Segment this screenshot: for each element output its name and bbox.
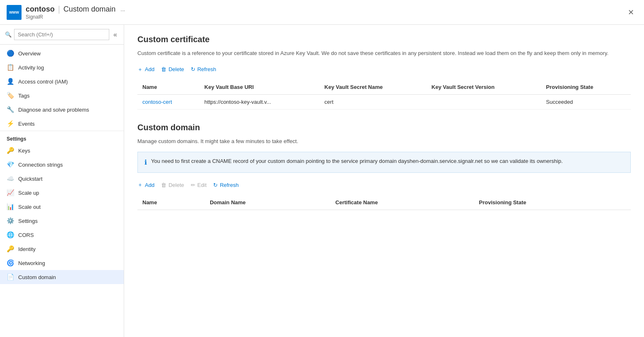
sidebar-item-overview[interactable]: 🔵 Overview [0, 46, 124, 60]
sidebar-label-cors: CORS [18, 232, 34, 238]
sidebar-item-networking[interactable]: 🌀 Networking [0, 256, 124, 270]
collapse-button[interactable]: « [112, 30, 119, 39]
custom-domain-section: Custom domain Manage custom domains. It … [137, 123, 631, 210]
sidebar-label-diagnose: Diagnose and solve problems [18, 107, 89, 113]
custom-domain-icon: 📄 [7, 273, 14, 281]
domain-col-name: Name [137, 195, 205, 210]
sidebar-item-identity[interactable]: 🔑 Identity [0, 242, 124, 256]
edit-icon: ✏ [191, 182, 195, 188]
cert-row-name: contoso-cert [137, 94, 199, 109]
cert-col-provisioning-state: Provisioning State [541, 80, 631, 95]
sidebar-item-access-control[interactable]: 👤 Access control (IAM) [0, 74, 124, 88]
quickstart-icon: ☁️ [7, 175, 14, 182]
networking-icon: 🌀 [7, 259, 14, 267]
delete-icon-2: 🗑 [161, 182, 166, 188]
refresh-icon: ↻ [191, 66, 195, 72]
cert-row-secret-version [427, 94, 541, 109]
search-input[interactable] [14, 29, 109, 40]
sidebar-label-scale-up: Scale up [18, 190, 39, 196]
domain-edit-button[interactable]: ✏ Edit [191, 180, 207, 190]
sidebar-label-custom-domain: Custom domain [18, 274, 56, 280]
sidebar-item-quickstart[interactable]: ☁️ Quickstart [0, 172, 124, 186]
domain-table-header: Name Domain Name Certificate Name Provis… [137, 195, 631, 210]
sidebar-item-connection-strings[interactable]: 💎 Connection strings [0, 158, 124, 172]
sidebar-label-tags: Tags [18, 93, 29, 99]
sidebar-item-custom-domain[interactable]: 📄 Custom domain [0, 270, 124, 284]
sidebar-label-settings: Settings [18, 218, 38, 224]
domain-col-provisioning-state: Provisioning State [474, 195, 631, 210]
identity-icon: 🔑 [7, 245, 14, 253]
cert-row-uri: https://contoso-key-vault.v... [199, 94, 320, 109]
sidebar-item-events[interactable]: ⚡ Events [0, 117, 124, 131]
sidebar-label-events: Events [18, 121, 35, 127]
plus-icon-2: ＋ [137, 181, 143, 189]
layout: 🔍 « 🔵 Overview 📋 Activity log 👤 Access c… [0, 25, 644, 337]
subtitle: SignalR [26, 14, 125, 20]
title-bar: www contoso | Custom domain ... SignalR … [0, 0, 644, 25]
scale-up-icon: 📈 [7, 189, 14, 196]
sidebar-label-overview: Overview [18, 50, 41, 57]
sidebar-item-keys[interactable]: 🔑 Keys [0, 143, 124, 158]
title-bar-left: www contoso | Custom domain ... SignalR [7, 5, 125, 20]
domain-col-domain-name: Domain Name [205, 195, 330, 210]
custom-domain-desc: Manage custom domains. It might take a f… [137, 137, 631, 146]
cert-col-secret-name: Key Vault Secret Name [320, 80, 427, 95]
cert-row-secret-name: cert [320, 94, 427, 109]
settings-header: Settings [0, 131, 124, 143]
sidebar-item-activity-log[interactable]: 📋 Activity log [0, 60, 124, 74]
delete-icon: 🗑 [161, 66, 166, 72]
title-separator: | [58, 5, 60, 14]
domain-refresh-button[interactable]: ↻ Refresh [213, 180, 239, 190]
custom-certificate-section: Custom certificate Custom certificate is… [137, 35, 631, 110]
cert-add-button[interactable]: ＋ Add [137, 64, 154, 75]
info-icon: ℹ [144, 158, 147, 167]
cert-table: Name Key Vault Base URI Key Vault Secret… [137, 80, 631, 110]
sidebar-label-scale-out: Scale out [18, 204, 41, 210]
sidebar-label-access-control: Access control (IAM) [18, 79, 68, 85]
access-control-icon: 👤 [7, 78, 14, 85]
overview-icon: 🔵 [7, 50, 14, 57]
cert-refresh-button[interactable]: ↻ Refresh [191, 65, 216, 74]
refresh-icon-2: ↻ [213, 182, 218, 188]
cors-icon: 🌐 [7, 231, 14, 239]
events-icon: ⚡ [7, 120, 14, 127]
domain-table: Name Domain Name Certificate Name Provis… [137, 195, 631, 210]
app-icon: www [7, 5, 22, 20]
sidebar: 🔍 « 🔵 Overview 📋 Activity log 👤 Access c… [0, 25, 124, 337]
plus-icon: ＋ [137, 66, 143, 73]
sidebar-label-connection-strings: Connection strings [18, 162, 63, 168]
domain-delete-button[interactable]: 🗑 Delete [161, 180, 184, 190]
domain-add-button[interactable]: ＋ Add [137, 179, 154, 190]
sidebar-item-tags[interactable]: 🏷️ Tags [0, 88, 124, 103]
search-bar: 🔍 « [0, 25, 124, 45]
cert-table-row[interactable]: contoso-cert https://contoso-key-vault.v… [137, 94, 631, 109]
sidebar-item-diagnose[interactable]: 🔧 Diagnose and solve problems [0, 103, 124, 117]
sidebar-label-networking: Networking [18, 260, 45, 266]
connection-strings-icon: 💎 [7, 161, 14, 168]
info-banner-text: You need to first create a CNAME record … [151, 157, 563, 165]
close-button[interactable]: ✕ [625, 6, 637, 19]
sidebar-item-cors[interactable]: 🌐 CORS [0, 228, 124, 242]
custom-domain-title: Custom domain [137, 123, 631, 132]
tags-icon: 🏷️ [7, 92, 14, 99]
sidebar-item-scale-out[interactable]: 📊 Scale out [0, 200, 124, 214]
domain-col-cert-name: Certificate Name [330, 195, 474, 210]
title-more[interactable]: ... [120, 6, 125, 12]
activity-log-icon: 📋 [7, 64, 14, 71]
sidebar-label-keys: Keys [18, 148, 30, 154]
main-content: Custom certificate Custom certificate is… [124, 25, 644, 337]
sidebar-label-identity: Identity [18, 246, 36, 252]
cert-col-name: Name [137, 80, 199, 95]
diagnose-icon: 🔧 [7, 106, 14, 113]
info-banner: ℹ You need to first create a CNAME recor… [137, 152, 631, 173]
sidebar-label-activity-log: Activity log [18, 65, 44, 71]
page-title: Custom domain [63, 5, 115, 14]
sidebar-item-settings[interactable]: ⚙️ Settings [0, 214, 124, 228]
sidebar-item-scale-up[interactable]: 📈 Scale up [0, 186, 124, 200]
cert-delete-button[interactable]: 🗑 Delete [161, 65, 184, 74]
sidebar-nav: 🔵 Overview 📋 Activity log 👤 Access contr… [0, 45, 124, 337]
keys-icon: 🔑 [7, 147, 14, 154]
scale-out-icon: 📊 [7, 203, 14, 210]
search-icon: 🔍 [5, 31, 12, 38]
settings-icon: ⚙️ [7, 217, 14, 225]
